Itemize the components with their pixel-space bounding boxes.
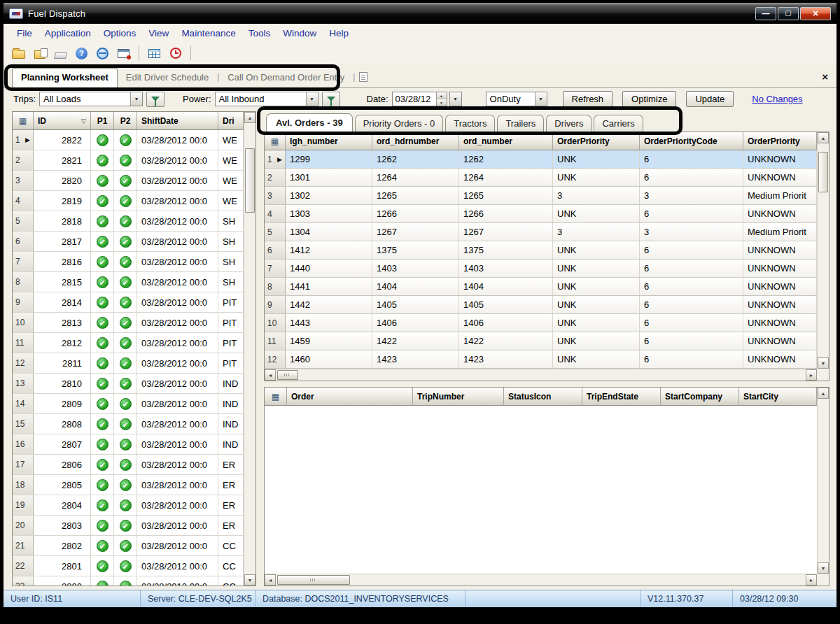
menu-view[interactable]: View <box>142 26 175 41</box>
scroll-down-button[interactable]: ▼ <box>818 562 829 574</box>
table-button[interactable] <box>145 45 164 62</box>
duty-combo-dropdown-icon[interactable]: ▼ <box>535 92 547 106</box>
scroll-down-button[interactable]: ▼ <box>244 574 255 586</box>
orders-grid-vscroll[interactable]: ▲ ▼ <box>817 132 829 369</box>
menu-help[interactable]: Help <box>323 26 355 41</box>
duty-status-combo[interactable]: OnDuty ▼ <box>486 92 547 106</box>
scrollbar-track[interactable] <box>818 143 829 357</box>
scroll-right-button[interactable]: ► <box>806 574 817 586</box>
scrollbar-track[interactable] <box>276 369 806 381</box>
shift-row[interactable]: 82815✔✔03/28/2012 00:0SH <box>13 272 244 292</box>
order-row[interactable]: 6141213751375UNK6UNKNOWN <box>265 241 817 260</box>
open-folder-button[interactable] <box>9 45 28 62</box>
trips-filter-button[interactable] <box>146 92 164 107</box>
menu-tools[interactable]: Tools <box>242 26 277 41</box>
scroll-up-button[interactable]: ▲ <box>818 388 829 399</box>
order-row[interactable]: 1▶129912621262UNK6UNKNOWN <box>265 150 817 169</box>
tab-trailers[interactable]: Trailers <box>497 115 544 132</box>
column-header-tripendstate[interactable]: TripEndState <box>582 388 661 406</box>
help-button[interactable] <box>72 45 91 62</box>
shift-row[interactable]: 182805✔✔03/28/2012 00:0ER <box>13 475 244 495</box>
column-header-tripnumber[interactable]: TripNumber <box>413 388 504 406</box>
date-spin-down-button[interactable]: ▼ <box>437 99 447 106</box>
shifts-grid-vscroll[interactable]: ▲ ▼ <box>244 112 255 586</box>
column-header-startcity[interactable]: StartCity <box>739 388 817 406</box>
column-header-statusicon[interactable]: StatusIcon <box>504 388 582 406</box>
column-header-orderpriority-5[interactable]: OrderPriority <box>743 132 817 150</box>
tab-list-icon[interactable] <box>359 72 368 82</box>
close-button[interactable]: × <box>800 7 831 20</box>
grid-splitter[interactable] <box>264 381 830 387</box>
scrollbar-track[interactable] <box>276 574 806 586</box>
power-combo[interactable]: All Inbound ▼ <box>215 92 318 106</box>
column-header-driver[interactable]: Dri <box>218 112 244 130</box>
shift-row[interactable]: 232800✔✔03/28/2012 00:0CC <box>13 576 244 586</box>
shift-row[interactable]: 32820✔✔03/28/2012 00:0WE <box>13 171 244 191</box>
tab-planning-worksheet[interactable]: Planning Worksheet <box>12 68 118 88</box>
trips-combo-dropdown-icon[interactable]: ▼ <box>130 92 142 106</box>
order-row[interactable]: 8144114041404UNK6UNKNOWN <box>265 278 817 296</box>
orders-grid-hscroll[interactable]: ◄ ► <box>265 369 817 381</box>
column-header-ord-hdrnumber-1[interactable]: ord_hdrnumber <box>372 132 459 150</box>
new-window-button[interactable] <box>114 45 133 62</box>
scroll-up-button[interactable]: ▲ <box>244 112 255 123</box>
scroll-right-button[interactable]: ► <box>806 369 817 381</box>
orders-grid-corner[interactable]: ▦ <box>265 132 286 150</box>
order-row[interactable]: 2130112641264UNK6UNKNOWN <box>265 169 817 187</box>
shift-row[interactable]: 212802✔✔03/28/2012 00:0CC <box>13 536 244 556</box>
order-row[interactable]: 7144014031403UNK6UNKNOWN <box>265 260 817 278</box>
shift-row[interactable]: 1▶2822✔✔03/28/2012 00:0WE <box>13 130 244 150</box>
column-header-orderpriority-3[interactable]: OrderPriority <box>553 132 640 150</box>
scrollbar-thumb[interactable] <box>245 148 255 213</box>
tab-carriers[interactable]: Carriers <box>594 115 643 132</box>
column-header-lgh-number-0[interactable]: lgh_number <box>286 132 372 150</box>
date-field[interactable]: 03/28/12 ▲ ▼ <box>392 92 447 106</box>
eraser-button[interactable] <box>51 45 70 62</box>
trips-grid-vscroll[interactable]: ▲ ▼ <box>817 388 829 574</box>
shift-row[interactable]: 22821✔✔03/28/2012 00:0WE <box>13 150 244 171</box>
scroll-down-button[interactable]: ▼ <box>818 357 829 369</box>
scrollbar-thumb[interactable] <box>277 575 350 585</box>
minimize-button[interactable]: — <box>755 7 776 20</box>
scroll-up-button[interactable]: ▲ <box>818 132 829 143</box>
column-header-ord-number-2[interactable]: ord_number <box>459 132 553 150</box>
shifts-grid-corner[interactable]: ▦ <box>13 112 34 130</box>
tab-priority-orders-0[interactable]: Priority Orders - 0 <box>355 115 444 132</box>
tab-close-icon[interactable]: × <box>822 71 828 82</box>
power-combo-dropdown-icon[interactable]: ▼ <box>306 92 318 106</box>
shift-row[interactable]: 202803✔✔03/28/2012 00:0ER <box>13 516 244 536</box>
shift-row[interactable]: 72816✔✔03/28/2012 00:0SH <box>13 252 244 272</box>
optimize-button[interactable]: Optimize <box>622 91 676 107</box>
shift-row[interactable]: 42819✔✔03/28/2012 00:0WE <box>13 191 244 211</box>
tab-drivers[interactable]: Drivers <box>546 115 592 132</box>
shift-row[interactable]: 122811✔✔03/28/2012 00:0PIT <box>13 353 244 374</box>
no-changes-link[interactable]: No Changes <box>752 94 802 104</box>
maximize-button[interactable]: ▢ <box>778 7 799 20</box>
column-header-p2[interactable]: P2 <box>114 112 137 130</box>
tab-avl-orders-39[interactable]: Avl. Orders - 39 <box>266 113 353 132</box>
scrollbar-track[interactable] <box>244 123 255 574</box>
web-button[interactable] <box>93 45 112 62</box>
column-header-id[interactable]: ID▽ <box>34 112 91 130</box>
order-row[interactable]: 4130312661266UNK6UNKNOWN <box>265 205 817 223</box>
order-row[interactable]: 12146014231423UNK6UNKNOWN <box>265 350 817 369</box>
menu-window[interactable]: Window <box>276 26 323 41</box>
column-header-shiftdate[interactable]: ShiftDate <box>137 112 218 130</box>
tab-edit-driver-schedule[interactable]: Edit Driver Schedule <box>118 69 218 87</box>
shift-row[interactable]: 192804✔✔03/28/2012 00:0ER <box>13 495 244 516</box>
update-button[interactable]: Update <box>686 91 734 107</box>
order-row[interactable]: 513041267126733Medium Priorit <box>265 223 817 241</box>
order-row[interactable]: 11145914221422UNK6UNKNOWN <box>265 332 817 350</box>
column-header-p1[interactable]: P1 <box>91 112 114 130</box>
clock-button[interactable] <box>166 45 185 62</box>
shift-row[interactable]: 152808✔✔03/28/2012 00:0IND <box>13 414 244 434</box>
menu-maintenance[interactable]: Maintenance <box>175 26 241 41</box>
menu-application[interactable]: Application <box>38 26 97 41</box>
shift-row[interactable]: 142809✔✔03/28/2012 00:0IND <box>13 394 244 414</box>
date-dropdown-button[interactable]: ▼ <box>449 92 462 106</box>
trips-grid-corner[interactable]: ▦ <box>265 388 287 406</box>
shift-row[interactable]: 222801✔✔03/28/2012 00:0CC <box>13 556 244 576</box>
order-row[interactable]: 313021265126533Medium Priorit <box>265 187 817 205</box>
scroll-left-button[interactable]: ◄ <box>265 369 276 381</box>
shift-row[interactable]: 162807✔✔03/28/2012 00:0IND <box>13 434 244 455</box>
